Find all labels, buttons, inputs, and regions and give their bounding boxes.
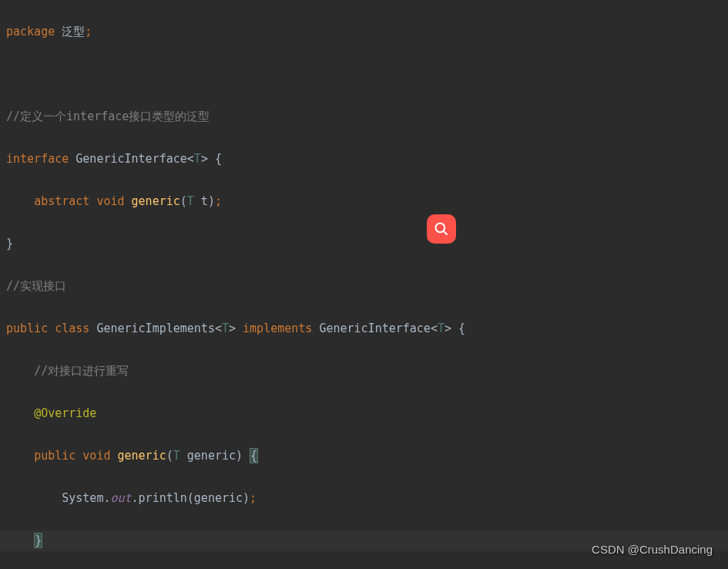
type-param: T [187,194,194,208]
bracket: > [201,152,208,166]
brace-open-highlight: { [250,448,258,463]
param: t) [194,194,215,208]
code-line: public void generic(T generic) { [0,446,728,467]
svg-line-1 [444,231,448,235]
code-line: interface GenericInterface<T> { [0,149,728,170]
code-line: @Override [0,403,728,425]
param: generic) [180,449,250,463]
type-param: T [222,322,229,335]
search-icon [434,221,449,237]
brace: } [6,237,13,251]
system-call: System. [62,491,110,505]
interface-name: GenericInterface [319,322,431,335]
keyword-implements: implements [243,322,312,335]
bracket: > [445,322,451,335]
package-name: 泛型 [62,25,85,39]
brace-close-highlight: } [34,533,42,548]
keyword-abstract: abstract [34,194,89,208]
keyword-void: void [96,194,124,208]
keyword-void: void [82,449,110,463]
semicolon: ; [250,491,257,505]
method-name: generic [132,194,180,208]
code-editor[interactable]: package 泛型; //定义一个interface接口类型的泛型 inter… [0,0,728,569]
code-line: public class GenericImplements<T> implem… [0,318,728,340]
keyword-class: class [55,322,89,335]
bracket: < [431,322,438,335]
type-param: T [194,152,201,166]
keyword-interface: interface [6,152,69,166]
code-line [0,64,728,86]
code-line: //定义一个interface接口类型的泛型 [0,106,728,128]
type-param: T [173,449,180,463]
bracket: < [187,152,194,166]
comment: //定义一个interface接口类型的泛型 [6,109,210,123]
type-param: T [438,322,445,335]
semicolon: ; [85,25,92,39]
search-button[interactable] [427,214,456,244]
code-line: } [0,234,728,255]
out-field: out [110,491,131,505]
bracket: > [229,322,236,335]
comment: //对接口进行重写 [34,364,129,378]
keyword-public: public [6,322,48,335]
brace: { [451,322,465,335]
class-name: GenericImplements [96,322,215,335]
paren: ( [180,194,187,208]
svg-point-0 [436,224,445,233]
method-call: .println(generic) [132,491,250,505]
annotation: @Override [34,406,96,420]
paren: ( [166,449,173,463]
keyword-package: package [6,25,55,39]
code-line: abstract void generic(T t); [0,191,728,213]
code-line: System.out.println(generic); [0,488,728,510]
watermark: CSDN @CrushDancing [592,539,713,561]
code-line: package 泛型; [0,22,728,43]
code-line: //对接口进行重写 [0,361,728,382]
keyword-public: public [34,449,75,463]
interface-name: GenericInterface [75,152,187,166]
bracket: < [215,322,222,335]
brace: { [208,152,222,166]
code-line: //实现接口 [0,276,728,298]
method-name: generic [118,449,166,463]
comment: //实现接口 [6,279,66,293]
semicolon: ; [215,194,222,208]
